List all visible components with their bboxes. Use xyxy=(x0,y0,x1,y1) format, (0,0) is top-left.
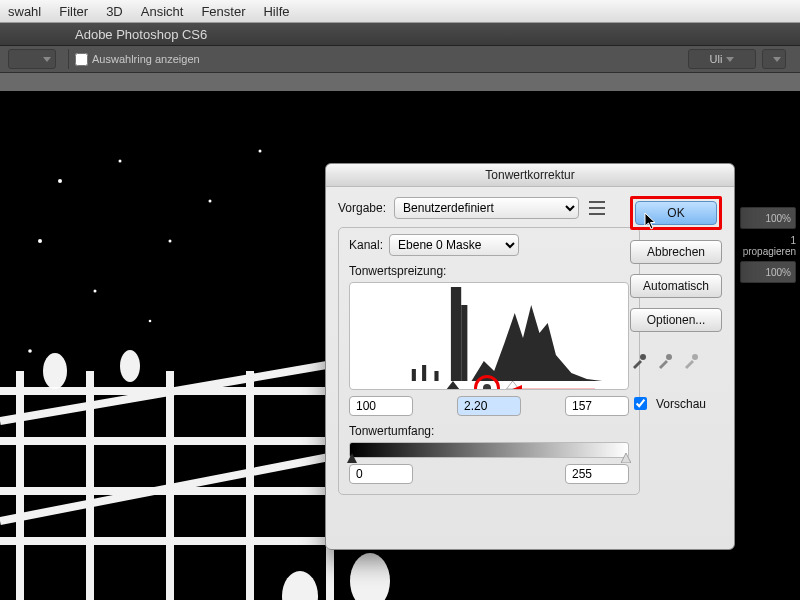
shadow-input[interactable] xyxy=(349,396,413,416)
svg-point-3 xyxy=(209,200,212,203)
output-low-input[interactable] xyxy=(349,464,413,484)
user-menu[interactable]: Uli xyxy=(688,49,756,69)
highlight-input[interactable] xyxy=(565,396,629,416)
svg-rect-17 xyxy=(422,365,426,381)
checkbox-label: Auswahlring anzeigen xyxy=(92,53,200,65)
svg-point-27 xyxy=(692,354,698,360)
user-name: Uli xyxy=(710,53,723,65)
gray-eyedropper-icon[interactable] xyxy=(656,352,674,370)
svg-point-4 xyxy=(38,239,42,243)
svg-rect-18 xyxy=(434,371,438,381)
svg-point-2 xyxy=(119,160,122,163)
menu-item[interactable]: 3D xyxy=(106,4,123,19)
menu-item[interactable]: swahl xyxy=(8,4,41,19)
menu-item[interactable]: Filter xyxy=(59,4,88,19)
menu-item[interactable]: Fenster xyxy=(201,4,245,19)
white-eyedropper-icon[interactable] xyxy=(682,352,700,370)
output-gradient[interactable] xyxy=(349,442,629,458)
svg-point-1 xyxy=(58,179,62,183)
svg-point-11 xyxy=(120,350,140,382)
separator xyxy=(68,49,69,69)
svg-point-7 xyxy=(94,290,97,293)
checkbox[interactable] xyxy=(634,397,647,410)
svg-rect-14 xyxy=(451,287,461,381)
eyedropper-group xyxy=(630,352,722,370)
input-levels-label: Tonwertspreizung: xyxy=(349,264,629,278)
histogram[interactable] xyxy=(349,282,629,390)
channel-label: Kanal: xyxy=(349,238,383,252)
preview-checkbox[interactable]: Vorschau xyxy=(630,394,722,413)
preset-menu-icon[interactable] xyxy=(589,201,605,215)
options-bar: Auswahlring anzeigen Uli xyxy=(0,46,800,73)
levels-dialog: Tonwertkorrektur Vorgabe: Benutzerdefini… xyxy=(325,163,735,550)
svg-point-5 xyxy=(169,240,172,243)
workspace-menu[interactable] xyxy=(762,49,786,69)
svg-point-8 xyxy=(28,349,32,353)
output-high-input[interactable] xyxy=(565,464,629,484)
show-selection-ring-checkbox[interactable]: Auswahlring anzeigen xyxy=(75,53,200,66)
checkbox[interactable] xyxy=(75,53,88,66)
svg-marker-24 xyxy=(621,453,631,463)
svg-point-6 xyxy=(259,150,262,153)
menu-item[interactable]: Ansicht xyxy=(141,4,184,19)
panels-column: 100% 1 propagieren 100% xyxy=(740,203,800,283)
dialog-title: Tonwertkorrektur xyxy=(326,164,734,187)
svg-point-10 xyxy=(43,353,67,389)
output-levels-label: Tonwertumfang: xyxy=(349,424,629,438)
svg-marker-23 xyxy=(347,453,357,463)
document-tab-strip xyxy=(0,73,800,92)
svg-point-26 xyxy=(666,354,672,360)
annotation-arrow xyxy=(510,382,629,390)
preset-dropdown[interactable]: Benutzerdefiniert xyxy=(394,197,579,219)
svg-rect-16 xyxy=(412,369,416,381)
gamma-input[interactable] xyxy=(457,396,521,416)
tool-preset-dropdown[interactable] xyxy=(8,49,56,69)
propagate-label: 1 propagieren xyxy=(740,235,796,257)
preset-label: Vorgabe: xyxy=(338,201,386,215)
svg-marker-19 xyxy=(447,381,459,389)
menu-item[interactable]: Hilfe xyxy=(263,4,289,19)
app-title: Adobe Photoshop CS6 xyxy=(75,27,207,42)
channel-dropdown[interactable]: Ebene 0 Maske xyxy=(389,234,519,256)
svg-marker-22 xyxy=(510,385,522,390)
svg-point-9 xyxy=(149,320,152,323)
workspace: 100% 1 propagieren 100% Tonwertkorrektur… xyxy=(0,73,800,600)
ok-button[interactable]: OK xyxy=(635,201,717,225)
auto-button[interactable]: Automatisch xyxy=(630,274,722,298)
annotation-ok-highlight: OK xyxy=(630,196,722,230)
fill-field[interactable]: 100% xyxy=(740,261,796,283)
channel-group: Kanal: Ebene 0 Maske Tonwertspreizung: xyxy=(338,227,640,495)
options-button[interactable]: Optionen... xyxy=(630,308,722,332)
svg-rect-15 xyxy=(461,305,467,381)
app-title-bar: Adobe Photoshop CS6 xyxy=(0,23,800,46)
opacity-field[interactable]: 100% xyxy=(740,207,796,229)
macos-menubar: swahl Filter 3D Ansicht Fenster Hilfe xyxy=(0,0,800,23)
preview-label: Vorschau xyxy=(656,397,706,411)
cancel-button[interactable]: Abbrechen xyxy=(630,240,722,264)
black-eyedropper-icon[interactable] xyxy=(630,352,648,370)
svg-point-25 xyxy=(640,354,646,360)
